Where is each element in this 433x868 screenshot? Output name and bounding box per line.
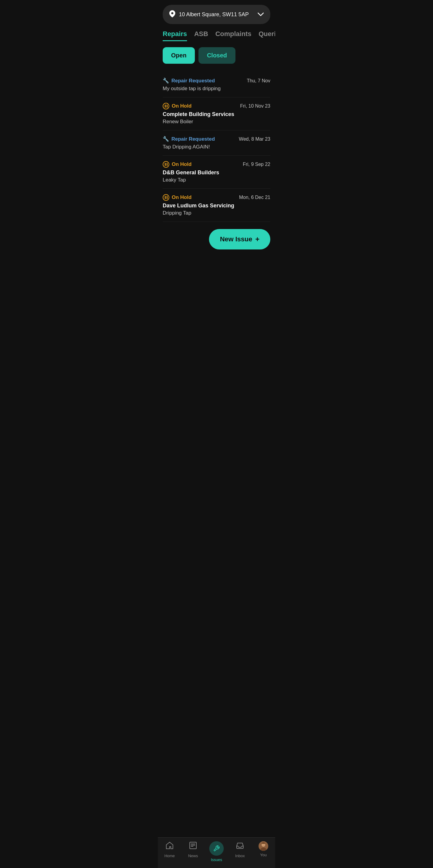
new-issue-button[interactable]: New Issue + [209, 229, 270, 249]
wrench-icon: 🔧 [163, 136, 169, 142]
list-item[interactable]: On Hold Mon, 6 Dec 21 Dave Ludlum Gas Se… [163, 189, 270, 222]
issue-status: 🔧 Repair Requested [163, 78, 215, 84]
new-issue-container: New Issue + [158, 222, 275, 280]
chevron-down-icon [258, 11, 264, 18]
issue-description: Dripping Tap [163, 210, 270, 216]
pause-icon [163, 194, 169, 201]
issue-status: On Hold [163, 161, 192, 168]
issue-date: Fri, 9 Sep 22 [243, 162, 270, 167]
filter-closed-button[interactable]: Closed [198, 47, 235, 64]
wrench-icon: 🔧 [163, 78, 169, 84]
plus-icon: + [255, 235, 260, 243]
tab-queries[interactable]: Queries [259, 30, 275, 41]
new-issue-label: New Issue [220, 235, 252, 243]
nav-you[interactable]: You [254, 841, 272, 862]
issue-date: Mon, 6 Dec 21 [239, 195, 270, 200]
tab-complaints[interactable]: Complaints [215, 30, 251, 41]
inbox-icon [236, 841, 244, 852]
issue-description: Tap Dripping AGAIN! [163, 144, 270, 150]
nav-you-label: You [260, 853, 267, 857]
list-item[interactable]: On Hold Fri, 9 Sep 22 D&B General Builde… [163, 156, 270, 189]
location-pin-icon [169, 10, 175, 19]
wrench-active-icon [209, 841, 224, 856]
issue-contractor: D&B General Builders [163, 169, 270, 176]
svg-point-7 [262, 843, 265, 846]
tab-repairs[interactable]: Repairs [163, 30, 187, 41]
address-text: 10 Albert Square, SW11 5AP [179, 11, 249, 18]
nav-issues[interactable]: Issues [207, 841, 226, 862]
nav-inbox[interactable]: Inbox [231, 841, 249, 862]
news-icon [189, 841, 197, 852]
pause-icon [163, 161, 169, 168]
list-item[interactable]: 🔧 Repair Requested Thu, 7 Nov My outside… [163, 72, 270, 97]
issue-contractor: Dave Ludlum Gas Servicing [163, 203, 270, 209]
tab-asb[interactable]: ASB [194, 30, 208, 41]
list-item[interactable]: On Hold Fri, 10 Nov 23 Complete Building… [163, 97, 270, 130]
issue-description: Leaky Tap [163, 177, 270, 183]
issue-description: My outside tap is dripping [163, 86, 270, 92]
filter-row: Open Closed [158, 47, 275, 64]
issue-date: Thu, 7 Nov [247, 78, 270, 84]
issue-date: Wed, 8 Mar 23 [239, 136, 270, 142]
issue-status: On Hold [163, 194, 192, 201]
list-item[interactable]: 🔧 Repair Requested Wed, 8 Mar 23 Tap Dri… [163, 130, 270, 156]
bottom-nav: Home News Issues Inbox [158, 837, 275, 868]
pause-icon [163, 103, 169, 110]
filter-open-button[interactable]: Open [163, 47, 195, 64]
issue-status: On Hold [163, 103, 192, 110]
home-icon [165, 841, 174, 852]
main-tabs: Repairs ASB Complaints Queries [158, 30, 275, 41]
nav-inbox-label: Inbox [235, 854, 245, 858]
issue-list: 🔧 Repair Requested Thu, 7 Nov My outside… [158, 72, 275, 222]
nav-news[interactable]: News [184, 841, 202, 862]
nav-issues-label: Issues [211, 858, 222, 862]
issue-status: 🔧 Repair Requested [163, 136, 215, 142]
issue-contractor: Complete Building Services [163, 111, 270, 118]
nav-home-label: Home [165, 854, 175, 858]
nav-news-label: News [188, 854, 198, 858]
address-bar[interactable]: 10 Albert Square, SW11 5AP [163, 5, 270, 24]
nav-home[interactable]: Home [161, 841, 179, 862]
issue-date: Fri, 10 Nov 23 [240, 103, 270, 109]
avatar [259, 841, 268, 851]
issue-description: Renew Boiler [163, 119, 270, 125]
